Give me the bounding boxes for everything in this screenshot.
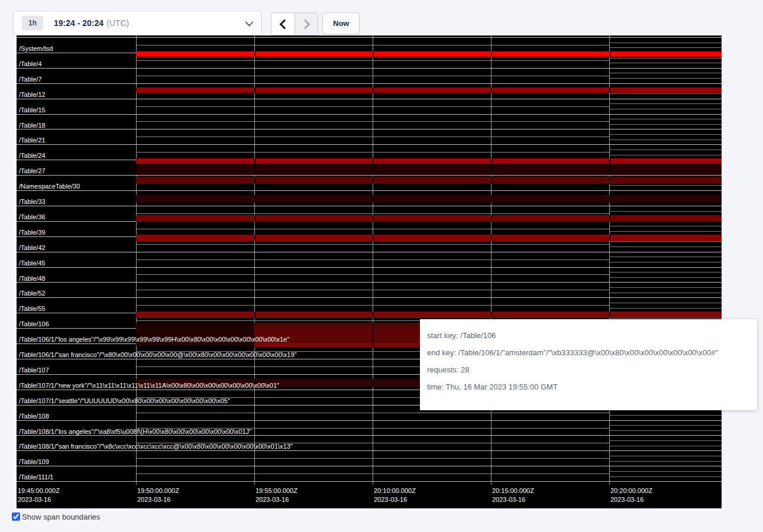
span-boundary-line [609, 211, 722, 212]
column-gridline-notch [254, 51, 256, 57]
span-boundary-line [17, 99, 722, 99]
span-boundary-line [609, 456, 722, 456]
span-boundary-line [136, 45, 609, 46]
span-key-label: /Table/108 [19, 413, 49, 420]
span-boundary-line [609, 476, 722, 477]
span-boundary-line [609, 134, 722, 135]
span-boundary-line [17, 297, 722, 298]
column-gridline-notch [373, 235, 374, 241]
span-boundary-line [609, 58, 722, 59]
span-boundary-line [136, 60, 609, 61]
column-gridline [491, 35, 492, 485]
span-boundary-line [17, 481, 722, 482]
tooltip-start-key: start key: /Table/106 [427, 331, 750, 340]
tooltip-end-key: end key: /Table/106/1/"amsterdam"/"\xb33… [427, 348, 750, 357]
key-visualizer-canvas[interactable]: /System/tsd/Table/4/Table/7/Table/12/Tab… [17, 35, 722, 508]
span-key-label: /Table/45 [19, 259, 46, 267]
span-boundary-line [136, 229, 609, 229]
column-gridline [254, 35, 255, 485]
span-boundary-line [136, 259, 609, 260]
span-key-label: /Table/15 [19, 106, 46, 113]
range-nav-group [271, 12, 318, 35]
tooltip-time: time: Thu, 16 Mar 2023 19:55:00 GMT [427, 382, 750, 391]
span-key-label: /Table/108/1/"los angeles"/"\xa8\xf5\u00… [19, 428, 251, 435]
column-gridline-notch [373, 177, 374, 184]
x-axis-time-label: 19:55:00.000Z [256, 487, 298, 495]
column-gridline-notch [254, 158, 256, 164]
hot-span-band [136, 158, 722, 164]
span-boundary-line [609, 119, 722, 119]
hot-span-band [136, 87, 722, 93]
prev-range-button[interactable] [271, 13, 295, 35]
x-axis-time-label: 19:50:00.000Z [137, 487, 179, 495]
span-key-label: /Table/27 [19, 167, 46, 174]
show-span-boundaries-label: Show span boundaries [22, 512, 100, 522]
span-boundary-line [609, 430, 722, 431]
span-key-label: /NamespaceTable/30 [19, 183, 80, 190]
span-boundary-line [17, 450, 722, 451]
span-boundary-line [17, 206, 722, 206]
span-boundary-line [136, 413, 609, 413]
span-key-label: /Table/36 [19, 213, 46, 220]
span-boundary-line [17, 175, 722, 176]
span-key-label: /Table/21 [19, 137, 46, 144]
span-boundary-line [609, 303, 722, 303]
span-key-label: /Table/42 [19, 244, 46, 251]
span-boundary-line [136, 473, 609, 474]
show-span-boundaries-checkbox[interactable] [12, 512, 20, 521]
time-range-selector[interactable]: 1h 19:24 - 20:24 (UTC) [13, 11, 261, 35]
span-boundary-line [609, 257, 722, 257]
span-boundary-line [609, 185, 722, 186]
column-gridline-notch [373, 51, 374, 57]
hot-span-band [136, 235, 722, 241]
next-range-button[interactable] [295, 13, 318, 35]
column-gridline-notch [609, 177, 610, 184]
column-gridline-notch [254, 177, 256, 184]
span-boundary-line [609, 272, 722, 273]
column-gridline-notch [491, 312, 492, 318]
hot-span-band [136, 215, 722, 222]
column-gridline-notch [373, 158, 374, 164]
span-boundary-line [609, 63, 722, 63]
span-key-label: /System/tsd [19, 45, 53, 52]
span-boundaries-toggle: Show span boundaries [12, 512, 100, 522]
span-key-label: /Table/39 [19, 229, 46, 236]
span-boundary-line [136, 137, 609, 137]
span-boundary-line [609, 93, 722, 94]
span-boundary-line [609, 246, 722, 247]
column-gridline-notch [609, 164, 610, 175]
x-axis-time-label: 20:10:00.000Z [374, 487, 416, 495]
span-boundary-line [136, 305, 609, 306]
span-boundary-line [609, 241, 722, 242]
span-boundary-line [609, 293, 722, 293]
column-gridline-notch [373, 87, 374, 93]
x-axis-date-label: 2023-03-16 [374, 496, 407, 504]
span-boundary-line [17, 129, 722, 129]
span-key-label: /Table/106/1/"los angeles"/"\x99\x99\x99… [19, 336, 289, 343]
range-label: 19:24 - 20:24 [54, 18, 104, 28]
column-gridline-notch [254, 215, 256, 222]
span-boundary-line [609, 73, 722, 73]
span-boundary-line [17, 267, 722, 268]
column-gridline-notch [491, 215, 492, 222]
column-gridline-notch [373, 312, 374, 318]
span-boundary-line [609, 440, 722, 441]
span-boundary-line [17, 144, 722, 145]
x-axis-time-label: 20:20:00.000Z [610, 487, 652, 495]
span-boundary-line [609, 231, 722, 232]
hot-span-band [136, 195, 722, 203]
column-gridline-notch [373, 323, 374, 329]
column-gridline-notch [491, 177, 492, 184]
column-gridline-notch [373, 164, 374, 175]
column-gridline-notch [491, 164, 492, 175]
span-key-label: /Table/106 [19, 320, 49, 327]
span-key-label: /Table/12 [19, 91, 46, 98]
span-boundary-line [609, 471, 722, 472]
column-gridline-notch [609, 215, 610, 222]
column-gridline-notch [609, 312, 610, 318]
column-gridline-notch [254, 87, 256, 93]
span-boundary-line [136, 106, 609, 107]
x-axis-date-label: 2023-03-16 [492, 496, 525, 504]
now-button[interactable]: Now [322, 12, 360, 34]
column-gridline-notch [373, 379, 374, 387]
